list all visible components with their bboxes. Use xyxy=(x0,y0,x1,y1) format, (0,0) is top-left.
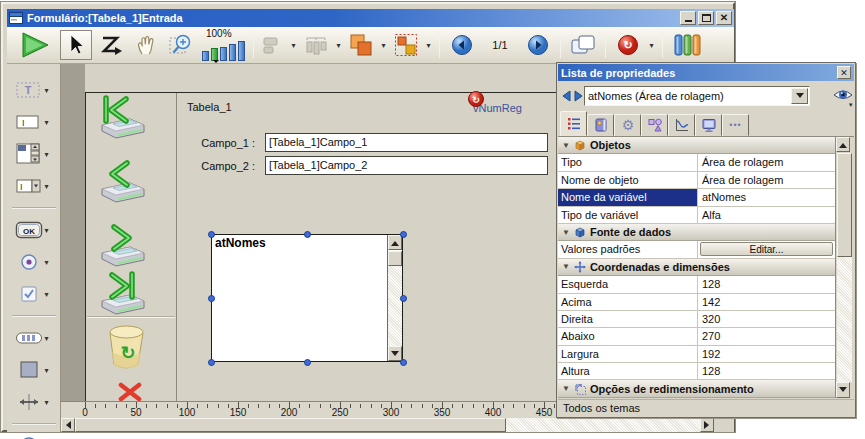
zoom-bar-200[interactable] xyxy=(220,47,227,61)
align-button[interactable] xyxy=(260,30,286,60)
property-row[interactable]: TipoÁrea de rolagem xyxy=(558,154,835,171)
panel-scrollbar[interactable] xyxy=(835,137,852,398)
selection-handle[interactable] xyxy=(208,231,215,238)
chevron-down-icon[interactable]: ▾ xyxy=(45,366,53,375)
list-box-tool[interactable] xyxy=(15,143,43,165)
tab-properties[interactable] xyxy=(560,111,587,136)
distribute-button[interactable] xyxy=(301,30,331,60)
rectangle-tool[interactable] xyxy=(15,359,43,381)
minimize-button[interactable] xyxy=(680,11,696,25)
selection-handle[interactable] xyxy=(304,359,311,366)
scrollbar-track[interactable] xyxy=(506,418,700,432)
panel-close-button[interactable]: ✕ xyxy=(837,66,851,79)
zoom-bar-800[interactable] xyxy=(238,41,245,61)
selection-handle[interactable] xyxy=(400,295,407,302)
property-value[interactable]: Área de rolagem xyxy=(698,172,835,188)
combo-box-tool[interactable]: I xyxy=(15,175,43,197)
scroll-up-button[interactable] xyxy=(836,137,850,152)
selection-handle[interactable] xyxy=(400,231,407,238)
property-value[interactable]: Área de rolagem xyxy=(698,154,835,170)
chevron-down-icon[interactable]: ▾ xyxy=(45,150,53,159)
property-value[interactable]: 192 xyxy=(698,346,835,362)
property-row[interactable]: Nome de objetoÁrea de rolagem xyxy=(558,172,835,189)
chevron-down-icon[interactable]: ▾ xyxy=(45,290,53,299)
check-box-tool[interactable] xyxy=(15,283,43,305)
collapse-triangle-icon[interactable]: ▼ xyxy=(562,384,570,393)
scrollbar-thumb[interactable] xyxy=(75,418,506,432)
group-button[interactable] xyxy=(391,30,421,60)
scroll-left-button[interactable] xyxy=(61,418,75,432)
property-section-header[interactable]: ▼Fonte de dados xyxy=(558,224,835,241)
tab-events[interactable] xyxy=(668,114,695,136)
property-value[interactable]: 270 xyxy=(698,328,835,344)
layers-dropdown-arrow[interactable]: ▾ xyxy=(379,41,388,50)
property-value[interactable]: Editar... xyxy=(698,241,835,257)
scroll-right-button[interactable] xyxy=(700,418,714,432)
property-section-header[interactable]: ▼Opções de redimensionamento xyxy=(558,380,835,397)
align-dropdown-arrow[interactable]: ▾ xyxy=(289,41,298,50)
tab-display[interactable] xyxy=(695,114,722,136)
object-selector-combo[interactable]: atNomes (Área de rolagem) xyxy=(584,86,810,106)
hand-tool-button[interactable] xyxy=(130,30,162,60)
object-navigation-arrows[interactable] xyxy=(562,89,583,103)
collapse-triangle-icon[interactable]: ▼ xyxy=(562,141,570,150)
scrollbar-track[interactable] xyxy=(837,257,852,382)
property-row[interactable]: Abaixo270 xyxy=(558,328,835,345)
scroll-down-button[interactable] xyxy=(836,382,850,398)
zoom-bars[interactable] xyxy=(202,39,245,61)
next-page-button[interactable] xyxy=(522,30,554,60)
layers-button[interactable] xyxy=(346,30,376,60)
horizontal-scrollbar[interactable] xyxy=(61,418,734,432)
close-button[interactable]: ✕ xyxy=(716,11,732,25)
property-value[interactable]: 142 xyxy=(698,294,835,310)
maximize-button[interactable] xyxy=(698,11,714,25)
zoom-bar-400[interactable] xyxy=(229,44,236,61)
chevron-down-icon[interactable]: ▾ xyxy=(45,398,53,407)
zoom-bar-100-selected[interactable] xyxy=(211,48,218,61)
input-tool[interactable]: I xyxy=(15,111,43,133)
library-button[interactable] xyxy=(669,30,705,60)
selection-handle[interactable] xyxy=(208,295,215,302)
property-row[interactable]: Esquerda128 xyxy=(558,276,835,293)
scrollbar-thumb[interactable] xyxy=(837,153,852,257)
collapse-triangle-icon[interactable]: ▼ xyxy=(562,228,570,237)
property-value[interactable]: Alfa xyxy=(698,207,835,223)
panel-titlebar[interactable]: Lista de propriedades ✕ xyxy=(558,64,854,81)
button-grid-tool[interactable] xyxy=(15,327,43,349)
eye-dropdown-arrow[interactable]: ▾ xyxy=(849,101,853,109)
tab-objects[interactable] xyxy=(641,114,668,136)
property-value[interactable]: atNomes xyxy=(698,189,835,205)
property-value[interactable]: 128 xyxy=(698,363,835,379)
chevron-down-icon[interactable]: ▾ xyxy=(45,182,53,191)
selection-handle[interactable] xyxy=(208,359,215,366)
entry-order-tool-button[interactable] xyxy=(95,30,127,60)
chevron-down-icon[interactable]: ▾ xyxy=(45,334,53,343)
property-row[interactable]: Tipo de variávelAlfa xyxy=(558,207,835,224)
zoom-tool-button[interactable] xyxy=(165,30,197,60)
chevron-down-icon[interactable]: ▾ xyxy=(45,118,53,127)
tab-more[interactable]: ••• xyxy=(722,114,749,136)
insert-fields-dropdown-arrow[interactable]: ▾ xyxy=(647,41,656,50)
property-value[interactable]: 320 xyxy=(698,311,835,327)
pages-button[interactable] xyxy=(567,30,599,60)
property-row[interactable]: Valores padrõesEditar... xyxy=(558,241,835,258)
combo-dropdown-button[interactable] xyxy=(791,88,808,104)
group-dropdown-arrow[interactable]: ▾ xyxy=(424,41,433,50)
selection-handle[interactable] xyxy=(304,231,311,238)
editar-button[interactable]: Editar... xyxy=(700,242,833,256)
tab-data[interactable] xyxy=(587,114,614,136)
radio-button-tool[interactable] xyxy=(15,251,43,273)
property-row[interactable]: Nome da variávelatNomes xyxy=(558,189,835,206)
chevron-down-icon[interactable]: ▾ xyxy=(45,226,53,235)
property-section-header[interactable]: ▼Coordenadas e dimensões xyxy=(558,259,835,276)
window-titlebar[interactable]: Formulário:[Tabela_1]Entrada ✕ xyxy=(7,9,734,27)
variable-badge-icon[interactable]: ↻ xyxy=(468,91,484,111)
property-row[interactable]: Altura128 xyxy=(558,363,835,380)
distribute-dropdown-arrow[interactable]: ▾ xyxy=(334,41,343,50)
property-section-header[interactable]: ▼Objetos xyxy=(558,137,835,154)
previous-page-button[interactable] xyxy=(446,30,478,60)
property-row[interactable]: Direita320 xyxy=(558,311,835,328)
chevron-down-icon[interactable]: ▾ xyxy=(45,258,53,267)
splitter-tool[interactable] xyxy=(15,391,43,413)
insert-fields-button[interactable]: ↻ xyxy=(612,30,644,60)
